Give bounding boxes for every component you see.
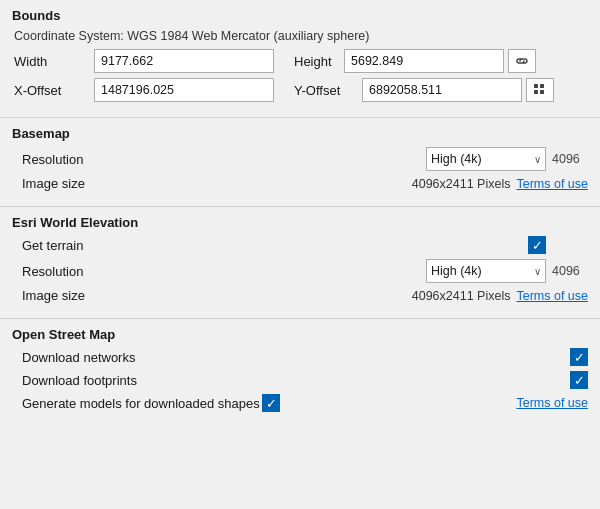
osm-download-footprints-checkbox[interactable] bbox=[570, 371, 588, 389]
esri-resolution-number: 4096 bbox=[552, 264, 588, 278]
width-label: Width bbox=[14, 54, 94, 69]
esri-title: Esri World Elevation bbox=[12, 215, 588, 230]
basemap-section: Basemap Resolution High (4k) ∨ 4096 Imag… bbox=[0, 117, 600, 206]
esri-resolution-value: High (4k) bbox=[431, 264, 534, 278]
esri-resolution-row: Resolution High (4k) ∨ 4096 bbox=[12, 259, 588, 283]
basemap-dropdown-arrow: ∨ bbox=[534, 154, 541, 165]
grid-icon-button[interactable] bbox=[526, 78, 554, 102]
coord-system-label: Coordinate System: WGS 1984 Web Mercator… bbox=[12, 29, 588, 43]
esri-dropdown-arrow: ∨ bbox=[534, 266, 541, 277]
height-input[interactable] bbox=[344, 49, 504, 73]
basemap-image-size-value: 4096x2411 Pixels bbox=[122, 177, 516, 191]
width-input[interactable] bbox=[94, 49, 274, 73]
basemap-resolution-dropdown[interactable]: High (4k) ∨ bbox=[426, 147, 546, 171]
esri-get-terrain-checkbox[interactable] bbox=[528, 236, 546, 254]
basemap-resolution-value: High (4k) bbox=[431, 152, 534, 166]
offset-row: X-Offset Y-Offset bbox=[14, 78, 588, 102]
height-label: Height bbox=[294, 54, 344, 69]
bounds-section: Bounds Coordinate System: WGS 1984 Web M… bbox=[0, 0, 600, 117]
osm-download-networks-label: Download networks bbox=[22, 350, 282, 365]
osm-download-networks-row: Download networks bbox=[12, 348, 588, 366]
esri-image-size-row: Image size 4096x2411 Pixels Terms of use bbox=[12, 288, 588, 303]
bounds-title: Bounds bbox=[12, 8, 588, 23]
esri-section: Esri World Elevation Get terrain 0000 Re… bbox=[0, 206, 600, 318]
link-aspect-button[interactable] bbox=[508, 49, 536, 73]
osm-title: Open Street Map bbox=[12, 327, 588, 342]
osm-download-networks-checkbox[interactable] bbox=[570, 348, 588, 366]
esri-image-size-value: 4096x2411 Pixels bbox=[122, 289, 516, 303]
osm-terms-link[interactable]: Terms of use bbox=[516, 396, 588, 410]
xoffset-label: X-Offset bbox=[14, 83, 94, 98]
basemap-terms-link[interactable]: Terms of use bbox=[516, 177, 588, 191]
width-height-row: Width Height bbox=[14, 49, 588, 73]
basemap-image-size-row: Image size 4096x2411 Pixels Terms of use bbox=[12, 176, 588, 191]
osm-generate-checkbox[interactable] bbox=[262, 394, 280, 412]
osm-section: Open Street Map Download networks Downlo… bbox=[0, 318, 600, 422]
esri-image-size-label: Image size bbox=[22, 288, 122, 303]
basemap-image-size-label: Image size bbox=[22, 176, 122, 191]
xoffset-input[interactable] bbox=[94, 78, 274, 102]
basemap-resolution-label: Resolution bbox=[22, 152, 122, 167]
osm-generate-row: Generate models for downloaded shapes Te… bbox=[12, 394, 588, 412]
esri-get-terrain-row: Get terrain 0000 bbox=[12, 236, 588, 254]
osm-download-footprints-row: Download footprints bbox=[12, 371, 588, 389]
esri-get-terrain-label: Get terrain bbox=[22, 238, 122, 253]
esri-terms-link[interactable]: Terms of use bbox=[516, 289, 588, 303]
esri-resolution-dropdown[interactable]: High (4k) ∨ bbox=[426, 259, 546, 283]
yoffset-input[interactable] bbox=[362, 78, 522, 102]
osm-generate-label: Generate models for downloaded shapes bbox=[22, 396, 262, 411]
svg-rect-2 bbox=[534, 90, 538, 94]
svg-rect-3 bbox=[540, 90, 544, 94]
svg-rect-1 bbox=[540, 84, 544, 88]
basemap-resolution-row: Resolution High (4k) ∨ 4096 bbox=[12, 147, 588, 171]
yoffset-label: Y-Offset bbox=[294, 83, 362, 98]
osm-download-footprints-label: Download footprints bbox=[22, 373, 282, 388]
basemap-resolution-number: 4096 bbox=[552, 152, 588, 166]
basemap-title: Basemap bbox=[12, 126, 588, 141]
svg-rect-0 bbox=[534, 84, 538, 88]
esri-resolution-label: Resolution bbox=[22, 264, 122, 279]
